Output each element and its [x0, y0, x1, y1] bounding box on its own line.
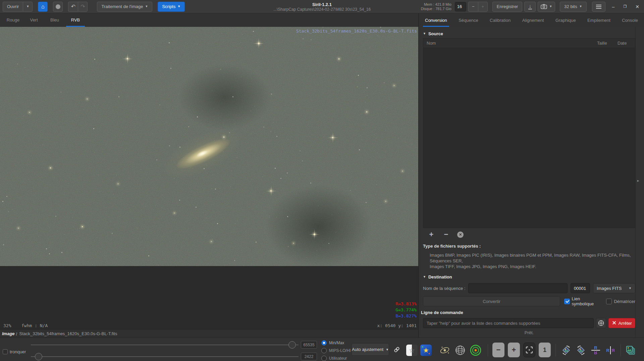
tab-rgb[interactable]: RVB: [65, 13, 86, 27]
zoom-in-button[interactable]: +: [508, 343, 520, 357]
redo-button[interactable]: ↷: [78, 2, 88, 12]
image-processing-menu[interactable]: Traitement de l'image ▼: [97, 2, 152, 12]
chain-link-icon: [393, 346, 400, 353]
save-label: Enregistrer: [497, 4, 518, 9]
high-slider-track[interactable]: [31, 345, 299, 345]
threads-decrease-button[interactable]: −: [468, 2, 478, 12]
undo-icon: ↶: [71, 3, 75, 10]
source-expander[interactable]: ▼ Source: [423, 30, 635, 38]
tab-green[interactable]: Vert: [23, 13, 44, 27]
mode-mips-row[interactable]: MIPS-LO/HI: [321, 348, 351, 354]
panel-tabbar: Conversion Séquence Calibration Aligneme…: [419, 13, 644, 27]
tab-console[interactable]: Console: [621, 13, 639, 27]
minmax-radio[interactable]: [321, 340, 327, 346]
add-files-button[interactable]: +: [428, 231, 435, 238]
mode-user-row[interactable]: Utilisateur: [321, 355, 347, 361]
image-label: Image :: [2, 331, 17, 336]
rotate-left-button[interactable]: [560, 344, 572, 356]
zoom-out-button[interactable]: −: [492, 343, 504, 357]
bottom-bar: tronquer 65535 2422 Min/Max MIPS-LO/HI U…: [0, 338, 644, 361]
clear-list-button[interactable]: ✕: [457, 231, 464, 238]
flip-vertical-button[interactable]: R R: [590, 344, 602, 356]
zoom-fit-button[interactable]: [523, 343, 535, 357]
livestack-button[interactable]: [53, 2, 63, 12]
output-format-dropdown[interactable]: Images FITS ▼: [593, 283, 635, 293]
disk-space: Disque : 781.7 Gio: [421, 7, 451, 11]
high-value-field[interactable]: 65535: [301, 341, 317, 349]
flip-horizontal-button[interactable]: R R: [604, 344, 616, 356]
tab-plot[interactable]: Graphique: [555, 13, 577, 27]
low-slider-handle[interactable]: [35, 353, 42, 360]
save-as-button[interactable]: ↓: [524, 2, 536, 12]
destination-expander[interactable]: ▼ Destination: [423, 273, 635, 281]
annotations-button[interactable]: [439, 344, 451, 356]
tab-conversion[interactable]: Conversion: [424, 13, 448, 27]
snapshot-button[interactable]: ▼: [538, 2, 555, 12]
high-slider-handle[interactable]: [288, 341, 296, 349]
photometry-button[interactable]: [470, 344, 482, 356]
remove-files-button[interactable]: −: [442, 231, 450, 238]
tab-sequence[interactable]: Séquence: [458, 13, 479, 27]
truncate-checkbox-row[interactable]: tronquer: [3, 349, 26, 354]
main-area: Rouge Vert Bleu RVB Stack_32bits_54frame…: [0, 13, 644, 338]
command-help-button[interactable]: [596, 318, 606, 328]
tab-registration[interactable]: Alignement: [522, 13, 545, 27]
column-name[interactable]: Nom: [427, 39, 436, 48]
star: [394, 85, 394, 86]
star: [174, 213, 175, 213]
convert-button[interactable]: Convertir: [423, 296, 560, 306]
sequence-name-input[interactable]: [468, 283, 568, 293]
column-size[interactable]: Taille: [597, 39, 607, 48]
negative-view-button[interactable]: ☆: [406, 344, 418, 356]
status-text: Prêt.: [423, 329, 635, 338]
command-input[interactable]: [423, 318, 594, 328]
close-button[interactable]: ✕: [635, 4, 639, 9]
celestial-grid-button[interactable]: [454, 344, 466, 356]
minimize-button[interactable]: –: [612, 4, 615, 9]
symlink-label: Lien symbolique: [572, 296, 602, 306]
zoom-one-to-one-button[interactable]: 1: [539, 343, 551, 357]
tab-red[interactable]: Rouge: [3, 13, 23, 27]
low-slider-track[interactable]: [31, 356, 299, 357]
open-button[interactable]: Ouvrir: [3, 2, 23, 12]
low-value-field[interactable]: 2422: [301, 353, 317, 360]
debayer-checkbox-row[interactable]: Dématricer: [606, 299, 635, 304]
source-list-body[interactable]: [423, 48, 635, 228]
column-date[interactable]: Date: [618, 39, 627, 48]
hamburger-menu-button[interactable]: [592, 2, 605, 12]
link-channels-button[interactable]: [391, 343, 402, 356]
home-button[interactable]: ⌂: [38, 2, 48, 12]
bit-depth-selector[interactable]: 32 bits ▼: [560, 2, 586, 12]
astro-photo[interactable]: Stack_32bits_54frames_1620s_E30.0s-G-BL-…: [0, 27, 418, 266]
display-mode-dropdown[interactable]: Auto ajustement ▼: [352, 343, 389, 356]
mode-minmax-row[interactable]: Min/Max: [321, 340, 344, 346]
tab-blue[interactable]: Bleu: [44, 13, 65, 27]
image-canvas[interactable]: Stack_32bits_54frames_1620s_E30.0s-G-BL-…: [0, 27, 418, 329]
home-icon: ⌂: [41, 4, 45, 10]
star-synthesis-button[interactable]: ★: [420, 344, 432, 356]
undo-button[interactable]: ↶: [68, 2, 78, 12]
rotate-right-button[interactable]: [575, 344, 587, 356]
start-index-field[interactable]: 00001: [571, 283, 590, 293]
symlink-checkbox[interactable]: [564, 299, 570, 304]
threads-increase-button[interactable]: +: [478, 2, 488, 12]
user-radio[interactable]: [321, 356, 327, 361]
truncate-checkbox[interactable]: [3, 349, 8, 354]
tab-stacking[interactable]: Empilement: [587, 13, 611, 27]
mips-radio[interactable]: [321, 348, 327, 353]
restore-button[interactable]: ❐: [623, 4, 627, 9]
window-controls: – ❐ ✕: [612, 4, 639, 9]
scripts-menu[interactable]: Scripts ▼: [158, 2, 185, 12]
open-recent-button[interactable]: ▼: [23, 2, 33, 12]
sequence-frames-button[interactable]: [625, 344, 637, 356]
debayer-checkbox[interactable]: [606, 299, 612, 304]
tab-calibration[interactable]: Calibration: [489, 13, 511, 27]
symlink-checkbox-row[interactable]: Lien symbolique: [564, 296, 602, 306]
source-list-header: Nom Taille Date: [423, 39, 635, 48]
threads-input[interactable]: [455, 2, 466, 11]
panel-collapse-arrow[interactable]: ▸: [637, 178, 639, 183]
stop-button[interactable]: ✕ Arrêter: [608, 318, 635, 328]
right-panel: Conversion Séquence Calibration Aligneme…: [419, 13, 644, 338]
save-button[interactable]: Enregistrer: [492, 2, 523, 12]
user-label: Utilisateur: [329, 356, 347, 361]
